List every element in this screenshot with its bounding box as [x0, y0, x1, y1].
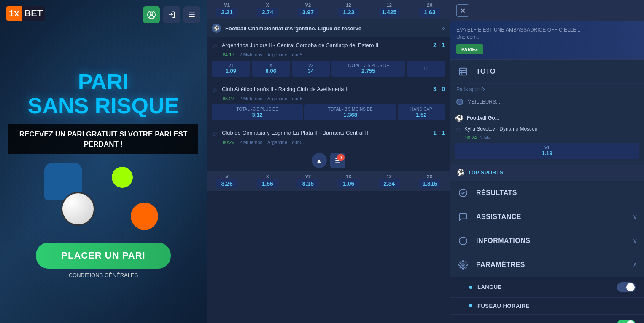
match2-total1-btn[interactable]: TOTAL - 3.5 PLUS DE 3.12 [212, 104, 303, 120]
meilleurs-row[interactable]: MEILLEURS... [450, 95, 644, 109]
langue-item[interactable]: LANGUE [450, 277, 644, 298]
bot-x-value[interactable]: 1.56 [257, 179, 278, 188]
odds-2x-value[interactable]: 1.63 [419, 8, 440, 17]
right-panel: ✕ EVA ELFIE EST UNE AMBASSADRICE OFFICIE… [450, 0, 644, 323]
menu-item-parametres[interactable]: PARAMÈTRES ∧ [450, 253, 644, 277]
match3-score: 1 : 1 [433, 129, 445, 136]
match1-v1-value: 1.09 [213, 68, 248, 74]
top-sports-icon: ⚽ [456, 168, 465, 176]
football-card-star[interactable]: ☆ [455, 125, 461, 133]
match2-period: 2 Mi-temps [240, 96, 262, 101]
odds-12-value[interactable]: 1.425 [379, 8, 400, 17]
pariez-button[interactable]: PARIEZ [456, 44, 483, 54]
match1-x-label: X [253, 63, 288, 68]
match2-teams: Club Atlético Lanús II - Racing Club de … [222, 85, 429, 93]
menu-icon-btn[interactable] [183, 6, 200, 23]
football-card-period: 2 Mi-... [480, 135, 495, 140]
odds-v1-value[interactable]: 2.21 [216, 8, 237, 17]
odds-x-value[interactable]: 2.74 [257, 8, 278, 17]
meilleurs-radio[interactable] [456, 99, 463, 105]
login-icon-btn[interactable] [163, 6, 180, 23]
conditions-link[interactable]: CONDITIONS GÉNÉRALES [69, 272, 138, 278]
bot-12-value[interactable]: 2.34 [379, 179, 400, 188]
football-icon: ⚽ [212, 24, 221, 33]
match1-v2-btn[interactable]: V2 34 [292, 61, 330, 77]
match2-handicap-btn[interactable]: HANDICAP 1.52 [398, 104, 445, 120]
fuseau-item[interactable]: FUSEAU HORAIRE [450, 298, 644, 315]
profile-icon-btn[interactable] [143, 6, 160, 23]
menu-item-toto[interactable]: TOTO [450, 60, 644, 84]
parametres-icon [456, 258, 470, 272]
match1-favorite-icon[interactable]: ☆ [212, 43, 218, 51]
odds-x-label: X [249, 3, 286, 8]
match1-v2-label: V2 [294, 63, 329, 68]
bot-2x-cell: 2X 1.315 [410, 171, 450, 191]
promo-banner-sub: Une com... [456, 34, 638, 41]
match1-top: ☆ Argentinos Juniors II - Central Cordob… [212, 42, 445, 51]
logo-bet: BET [22, 6, 45, 21]
toto-label: TOTO [476, 68, 638, 75]
menu-item-informations[interactable]: INFORMATIONS ∨ [450, 229, 644, 253]
afficher-item[interactable]: AFFICHER LE COUPON DE PARI EN BAS [450, 315, 644, 323]
match2-total1-value: 3.12 [213, 112, 301, 118]
match1-x-value: 8.06 [253, 68, 288, 74]
match1-bet-row: V1 1.09 X 8.06 V2 34 TOTAL - 3.5 PLUS DE… [212, 61, 445, 77]
assistance-expand-icon: ∨ [633, 213, 638, 221]
match1-x-btn[interactable]: X 8.06 [252, 61, 290, 77]
match2-favorite-icon[interactable]: ☆ [212, 86, 218, 94]
place-bet-button[interactable]: PLACER UN PARI [36, 243, 170, 269]
close-button[interactable]: ✕ [456, 4, 469, 17]
bot-2x-value[interactable]: 1.315 [419, 179, 440, 188]
middle-panel: V1 2.21 X 2.74 V2 3.97 12 1.23 12 1.425 … [207, 0, 450, 323]
football-card-bets: V1 1.19 [455, 143, 639, 159]
section1-expand-icon[interactable]: » [441, 24, 445, 32]
section1-header[interactable]: ⚽ Football Championnat d'Argentine. Ligu… [207, 19, 450, 37]
odds-v2-value[interactable]: 3.97 [297, 8, 318, 17]
menu-item-assistance[interactable]: ASSISTANCE ∨ [450, 205, 644, 229]
match3-time: 80:29 [223, 140, 234, 145]
match1-league: Argentine. Tour 5. [267, 52, 304, 57]
football-card-header: ⚽ Football Go... [455, 114, 639, 122]
paris-sportifs-label: Paris sportifs [456, 86, 485, 92]
bot-v-value[interactable]: 3.26 [216, 179, 237, 188]
odds-1x-value[interactable]: 1.23 [338, 8, 359, 17]
bot-v-cell: V 3.26 [207, 171, 247, 191]
afficher-toggle[interactable] [617, 320, 636, 323]
logo-1x: 1x [6, 6, 22, 21]
match2-info: 85:27 2 Mi-temps Argentine. Tour 5. [223, 96, 445, 101]
bot-v2-value[interactable]: 8.15 [297, 179, 318, 188]
parametres-label: PARAMÈTRES [476, 261, 626, 269]
football-card-v1-btn[interactable]: V1 1.19 [455, 143, 639, 159]
menu-item-resultats[interactable]: RÉSULTATS [450, 181, 644, 205]
doc-icon-btn[interactable]: ☰ 0 [330, 153, 345, 168]
match3-favorite-icon[interactable]: ☆ [212, 130, 218, 138]
match1-v1-btn[interactable]: V1 1.09 [212, 61, 250, 77]
match1-to-btn[interactable]: TO [407, 61, 445, 77]
basketball [131, 203, 158, 230]
match2-total2-value: 1.368 [306, 112, 394, 118]
badge-count: 0 [337, 154, 345, 161]
bot-12-label: 12 [371, 174, 408, 179]
match2-total2-btn[interactable]: TOTAL - 3.5 MOINS DE 1.368 [304, 104, 396, 120]
odds-v1-label: V1 [208, 3, 245, 8]
odds-v2-label: V2 [289, 3, 326, 8]
football-card-v1-value: 1.19 [457, 150, 637, 156]
bot-1x-cell: 1X 1.06 [329, 171, 369, 191]
match2-handicap-value: 1.52 [399, 112, 443, 118]
right-header: ✕ [450, 0, 644, 21]
odds-v2-cell: V2 3.97 [288, 0, 328, 19]
langue-toggle[interactable] [617, 282, 636, 292]
resultats-label: RÉSULTATS [476, 189, 638, 197]
match1-score: 2 : 1 [433, 42, 445, 48]
fuseau-label: FUSEAU HORAIRE [477, 303, 636, 309]
odds-2x-cell: 2X 1.63 [410, 0, 450, 19]
bot-1x-value[interactable]: 1.06 [338, 179, 359, 188]
match1-time: 84:17 [223, 52, 234, 57]
scroll-up-btn[interactable]: ▲ [312, 153, 327, 168]
meilleurs-label: MEILLEURS... [467, 99, 500, 105]
match3-info: 80:29 2 Mi-temps Argentine. Tour 5. [223, 140, 445, 145]
match1-total-btn[interactable]: TOTAL - 3.5 PLUS DE 2.755 [331, 61, 405, 77]
paris-sportifs-row: Paris sportifs [450, 84, 644, 95]
match1-row: ☆ Argentinos Juniors II - Central Cordob… [207, 37, 450, 81]
match2-handicap-label: HANDICAP [399, 107, 443, 112]
